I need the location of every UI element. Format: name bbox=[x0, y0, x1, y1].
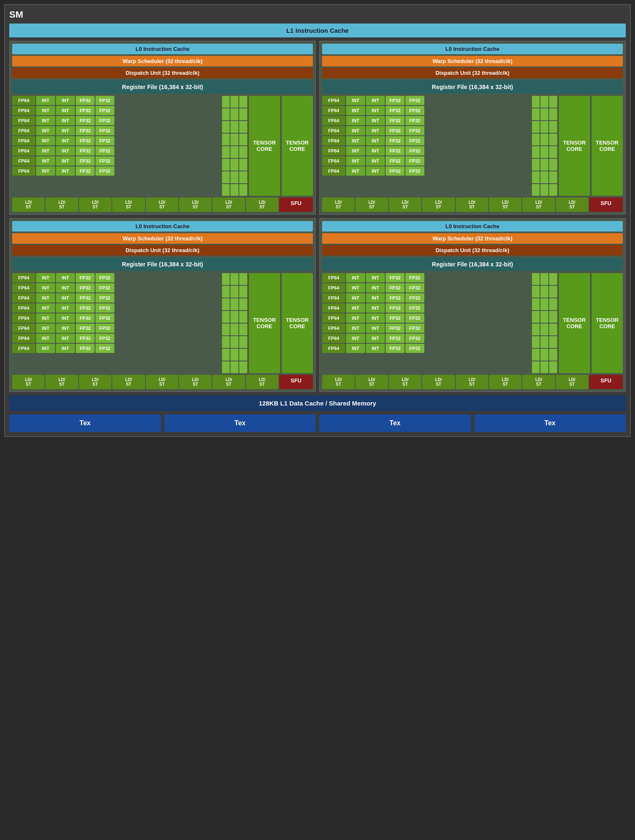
core-row: FP64 INT INT FP32 FP32 bbox=[322, 146, 530, 155]
l0-cache-tr: L0 Instruction Cache bbox=[322, 44, 623, 54]
int-cell: INT bbox=[366, 344, 385, 353]
green-cell bbox=[549, 159, 557, 171]
int-cell: INT bbox=[366, 166, 385, 176]
fp32-cell: FP32 bbox=[405, 136, 424, 145]
int-cell: INT bbox=[56, 313, 75, 323]
fp64-cell: FP64 bbox=[12, 106, 35, 115]
green-grid-tl bbox=[222, 96, 247, 196]
fp32-cell: FP32 bbox=[95, 313, 114, 323]
int-cell: INT bbox=[56, 156, 75, 166]
fp64-cell: FP64 bbox=[12, 313, 35, 323]
l0-cache-tl: L0 Instruction Cache bbox=[12, 44, 313, 54]
fp32-cell: FP32 bbox=[95, 344, 114, 353]
green-cell bbox=[239, 324, 247, 335]
green-grid-br bbox=[532, 273, 557, 373]
green-cell bbox=[549, 361, 557, 373]
int-cell: INT bbox=[56, 116, 75, 125]
tensor-cores-bl: TENSORCORE TENSORCORE bbox=[249, 273, 313, 373]
int-cell: INT bbox=[366, 116, 385, 125]
ldst-cell: LD/ST bbox=[179, 197, 212, 212]
green-cell bbox=[222, 273, 230, 285]
green-cell bbox=[532, 311, 540, 323]
green-cell bbox=[540, 349, 548, 361]
fp64-cell: FP64 bbox=[322, 96, 345, 105]
core-row: FP64 INT INT FP32 FP32 bbox=[12, 303, 220, 313]
green-cell bbox=[549, 273, 557, 285]
int-cell: INT bbox=[56, 106, 75, 115]
fp64-cell: FP64 bbox=[12, 146, 35, 155]
cores-tensor-tl: FP64 INT INT FP32 FP32 FP64 INT INT FP32… bbox=[12, 96, 313, 196]
fp32-cell: FP32 bbox=[95, 146, 114, 155]
green-cell bbox=[549, 146, 557, 158]
sm-container: SM L1 Instruction Cache L0 Instruction C… bbox=[4, 4, 631, 437]
green-cell bbox=[549, 349, 557, 361]
fp32-cell: FP32 bbox=[405, 324, 424, 333]
fp64-cell: FP64 bbox=[322, 324, 345, 333]
fp32-cell: FP32 bbox=[386, 334, 405, 343]
quadrant-top-left: L0 Instruction Cache Warp Scheduler (32 … bbox=[9, 41, 316, 215]
fp32-cell: FP32 bbox=[95, 96, 114, 105]
ldst-cell: LD/ST bbox=[355, 375, 388, 389]
fp64-cell: FP64 bbox=[322, 273, 345, 282]
fp32-cell: FP32 bbox=[405, 156, 424, 166]
green-cell bbox=[540, 298, 548, 310]
green-cell bbox=[230, 298, 238, 310]
fp32-cell: FP32 bbox=[405, 96, 424, 105]
int-cell: INT bbox=[36, 156, 55, 166]
int-cell: INT bbox=[346, 126, 365, 135]
fp64-cell: FP64 bbox=[12, 116, 35, 125]
int-cell: INT bbox=[56, 96, 75, 105]
tex-unit-3: Tex bbox=[319, 414, 471, 432]
int-cell: INT bbox=[366, 126, 385, 135]
int-cell: INT bbox=[346, 293, 365, 303]
int-cell: INT bbox=[56, 344, 75, 353]
fp64-cell: FP64 bbox=[12, 334, 35, 343]
fp32-cell: FP32 bbox=[386, 156, 405, 166]
green-cell bbox=[532, 336, 540, 348]
core-row: FP64 INT INT FP32 FP32 bbox=[322, 156, 530, 166]
green-cell bbox=[540, 159, 548, 171]
fp64-cell: FP64 bbox=[12, 344, 35, 353]
green-cell bbox=[532, 286, 540, 298]
green-cell bbox=[239, 273, 247, 285]
green-cell bbox=[230, 159, 238, 171]
green-cell bbox=[239, 159, 247, 171]
tensor-core-2: TENSORCORE bbox=[282, 96, 313, 196]
tensor-core-2: TENSORCORE bbox=[592, 273, 623, 373]
green-cell bbox=[230, 336, 238, 348]
green-cell bbox=[239, 134, 247, 145]
ldst-cell: LD/ST bbox=[355, 197, 388, 212]
int-cell: INT bbox=[346, 146, 365, 155]
green-cell bbox=[540, 273, 548, 285]
fp32-cell: FP32 bbox=[95, 334, 114, 343]
sfu-cell: SFU bbox=[279, 197, 313, 212]
core-row: FP64 INT INT FP32 FP32 bbox=[322, 344, 530, 353]
green-cell bbox=[222, 134, 230, 145]
green-grid-bl bbox=[222, 273, 247, 373]
green-cell bbox=[532, 146, 540, 158]
ldst-cell: LD/ST bbox=[322, 197, 355, 212]
ldst-cell: LD/ST bbox=[556, 375, 588, 389]
register-file-br: Register File (16,384 x 32-bit) bbox=[322, 258, 623, 271]
int-cell: INT bbox=[36, 273, 55, 282]
fp32-cell: FP32 bbox=[386, 273, 405, 282]
ldst-cell: LD/ST bbox=[112, 197, 145, 212]
tex-unit-1: Tex bbox=[9, 414, 161, 432]
register-file-bl: Register File (16,384 x 32-bit) bbox=[12, 258, 313, 271]
fp64-cell: FP64 bbox=[12, 303, 35, 313]
green-cell bbox=[239, 349, 247, 361]
green-cell bbox=[230, 121, 238, 133]
int-cell: INT bbox=[346, 324, 365, 333]
core-row: FP64 INT INT FP32 FP32 bbox=[12, 156, 220, 166]
ldst-sfu-row-br: LD/ST LD/ST LD/ST LD/ST LD/ST LD/ST LD/S… bbox=[322, 375, 623, 389]
fp32-cell: FP32 bbox=[405, 126, 424, 135]
core-rows-tl: FP64 INT INT FP32 FP32 FP64 INT INT FP32… bbox=[12, 96, 220, 196]
int-cell: INT bbox=[366, 313, 385, 323]
green-cell bbox=[540, 311, 548, 323]
int-cell: INT bbox=[346, 96, 365, 105]
green-cell bbox=[549, 121, 557, 133]
green-cell bbox=[532, 171, 540, 183]
fp64-cell: FP64 bbox=[322, 136, 345, 145]
fp64-cell: FP64 bbox=[322, 146, 345, 155]
sm-title: SM bbox=[9, 9, 626, 20]
